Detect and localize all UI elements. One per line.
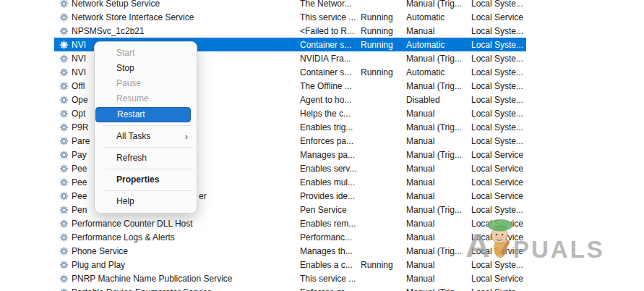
service-name: Opt [72, 109, 85, 119]
service-description: Enforces pa... [300, 136, 353, 146]
menu-separator [105, 147, 193, 148]
service-description: Pen Service [300, 205, 347, 215]
service-startup-type: Manual [406, 274, 434, 284]
menu-separator [105, 190, 193, 191]
gear-icon [59, 150, 69, 159]
gear-icon [59, 136, 69, 146]
service-name: Pay [72, 150, 87, 160]
service-startup-type: Automatic [406, 12, 445, 22]
service-log-on-as: Local Syste... [471, 95, 523, 105]
gear-icon [59, 0, 69, 8]
service-startup-type: Manual [406, 177, 434, 187]
service-log-on-as: Local Syste... [471, 0, 523, 9]
service-log-on-as: Local Syste... [471, 205, 523, 215]
service-startup-type: Manual [406, 260, 434, 270]
service-description: The Offline ... [300, 81, 352, 91]
service-description: Helps the c... [300, 109, 351, 119]
service-row[interactable]: Phone ServiceManages th...Manual (Trig..… [54, 244, 526, 258]
service-row[interactable]: Network Store Interface ServiceThis serv… [54, 10, 526, 24]
service-startup-type: Automatic [406, 67, 445, 77]
service-log-on-as: Local Service [471, 177, 523, 187]
service-startup-type: Manual (Trig... [406, 54, 462, 64]
service-log-on-as: Local Service [471, 246, 523, 256]
gear-icon [59, 177, 69, 187]
service-status: Running [361, 26, 393, 36]
context-menu: StartStopPauseResumeRestartAll Tasks›Ref… [94, 41, 197, 214]
service-row[interactable]: Plug and PlayEnables a c...RunningManual… [54, 258, 526, 271]
gear-icon [59, 122, 69, 132]
service-startup-type: Automatic [406, 40, 445, 50]
gear-icon [59, 40, 69, 49]
service-log-on-as: Local Syste... [471, 260, 523, 270]
menu-item-help[interactable]: Help [95, 194, 197, 209]
menu-separator [105, 169, 193, 169]
service-row[interactable]: PNRP Machine Name Publication ServiceThi… [54, 271, 526, 285]
service-log-on-as: Local Syste... [471, 67, 523, 77]
service-name: Pen [72, 205, 87, 215]
gear-icon [59, 164, 69, 173]
service-startup-type: Manual [406, 136, 434, 146]
service-log-on-as: Local Service [471, 219, 523, 229]
service-name-tail: er [199, 191, 207, 201]
service-startup-type: Manual [406, 109, 434, 119]
service-startup-type: Manual [406, 191, 434, 201]
chevron-right-icon: › [185, 129, 188, 144]
service-startup-type: Manual [406, 164, 434, 174]
service-row[interactable]: Performance Counter DLL HostEnables rem.… [54, 216, 526, 230]
service-name: Pare [72, 136, 90, 146]
menu-item-stop[interactable]: Stop [95, 61, 197, 76]
gear-icon [59, 67, 69, 77]
service-name: Pee [72, 177, 87, 187]
gear-icon [59, 246, 69, 256]
gear-icon [59, 205, 69, 214]
menu-item-pause: Pause [95, 76, 197, 91]
service-log-on-as: Local Syste... [471, 136, 523, 146]
service-startup-type: Manual (Trig... [406, 246, 462, 256]
service-description: Performanc... [300, 232, 352, 242]
service-name: Network Store Interface Service [72, 12, 194, 22]
service-row[interactable]: NPSMSvc_1c2b21<Failed to R...RunningManu… [54, 24, 526, 38]
service-row[interactable]: Network Setup ServiceThe Networ...Manual… [54, 0, 526, 10]
service-row[interactable]: Performance Logs & AlertsPerformanc...Ma… [54, 230, 526, 244]
service-name: Pee [72, 191, 87, 201]
service-startup-type: Manual [406, 219, 434, 229]
service-description: Enables a c... [300, 260, 353, 270]
gear-icon [59, 260, 69, 269]
watermark-letters-rest: PUALS [513, 239, 605, 260]
service-name: Performance Logs & Alerts [72, 232, 175, 242]
service-status: Running [361, 12, 393, 22]
gear-icon [59, 12, 69, 22]
service-startup-type: Manual (Trig... [406, 205, 462, 215]
service-name: Ope [72, 95, 88, 105]
service-row[interactable]: Portable Device Enumerator ServiceEnforc… [54, 285, 526, 291]
service-name: NVI [72, 54, 86, 64]
menu-item-refresh[interactable]: Refresh [95, 151, 197, 166]
menu-item-all-tasks[interactable]: All Tasks› [95, 129, 197, 144]
service-name: Portable Device Enumerator Service [72, 287, 212, 291]
service-name: Phone Service [72, 246, 128, 256]
service-log-on-as: Local Service [471, 274, 523, 284]
service-description: NVIDIA Fra... [300, 54, 351, 64]
service-log-on-as: Local Service [471, 232, 523, 242]
service-description: Enables serv... [300, 164, 356, 174]
service-description: Enables rem... [300, 219, 356, 229]
service-startup-type: Manual (Trig... [406, 122, 462, 132]
service-log-on-as: Local Syste... [471, 122, 523, 132]
service-description: Container s... [300, 40, 351, 50]
service-description: The Networ... [300, 0, 351, 9]
service-status: Running [361, 67, 393, 77]
service-log-on-as: Local Syste... [471, 81, 523, 91]
menu-item-start: Start [95, 46, 197, 61]
gear-icon [59, 81, 69, 90]
gear-icon [59, 274, 69, 283]
service-name: P9R [72, 122, 88, 132]
service-description: <Failed to R... [300, 26, 354, 36]
service-description: Enables mul... [300, 177, 355, 187]
service-description: Manages pa... [300, 150, 355, 160]
menu-item-restart[interactable]: Restart [95, 107, 191, 122]
gear-icon [59, 287, 69, 291]
menu-item-properties[interactable]: Properties [95, 172, 197, 187]
service-log-on-as: Local Syste... [471, 109, 523, 119]
menu-separator [105, 125, 193, 126]
service-name: NPSMSvc_1c2b21 [72, 26, 145, 36]
